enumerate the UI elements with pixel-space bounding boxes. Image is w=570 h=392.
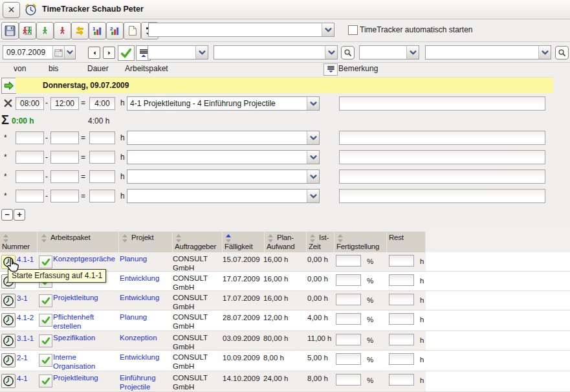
filter-combobox-4[interactable] xyxy=(425,45,551,60)
rest-input[interactable] xyxy=(389,374,414,386)
projekt-link[interactable]: Konzeption xyxy=(120,333,171,342)
column-header-projekt[interactable]: Projekt xyxy=(119,232,173,252)
chevron-down-icon[interactable] xyxy=(406,46,419,59)
bemerkung-input[interactable] xyxy=(339,169,545,184)
rest-input[interactable] xyxy=(389,353,414,365)
fertigstellung-input[interactable] xyxy=(336,274,361,286)
sort-icon[interactable] xyxy=(176,234,182,243)
column-header-fertigstellung[interactable]: Fertigstellung xyxy=(334,232,387,252)
arbeitspaket-combobox[interactable] xyxy=(127,131,320,145)
sort-icon[interactable] xyxy=(122,234,128,243)
arbeitspaket-combobox[interactable] xyxy=(127,189,320,203)
arbeitspaket-combobox[interactable] xyxy=(127,150,320,164)
save-button[interactable] xyxy=(1,22,19,39)
fertigstellung-input[interactable] xyxy=(336,353,361,365)
rest-input[interactable] xyxy=(389,334,414,345)
bemerkung-input[interactable] xyxy=(339,131,545,145)
calendar-icon[interactable] xyxy=(52,46,64,59)
start-tracking-button[interactable] xyxy=(1,334,16,348)
task-number-link[interactable]: 4.1-2 xyxy=(17,313,34,322)
arbeitspaket-link[interactable]: Projektleitung xyxy=(53,293,118,302)
add-row-button[interactable]: + xyxy=(14,209,25,221)
arbeitspaket-link[interactable]: Projektleitung xyxy=(53,373,118,382)
dauer-input[interactable] xyxy=(89,170,115,183)
bis-input[interactable] xyxy=(50,170,79,183)
sort-icon[interactable] xyxy=(3,234,9,243)
chevron-down-icon[interactable] xyxy=(322,23,334,36)
arbeitspaket-combobox[interactable] xyxy=(127,169,320,184)
chart-1-button[interactable]: 1 xyxy=(89,22,106,39)
arbeitspaket-combobox[interactable]: 4-1 Projektleitung - 4 Einführung Projec… xyxy=(127,96,320,111)
chevron-down-icon[interactable] xyxy=(195,46,208,59)
rest-input[interactable] xyxy=(389,274,414,286)
von-input[interactable] xyxy=(16,151,44,164)
start-day-button[interactable] xyxy=(1,78,16,94)
projekt-link[interactable]: Einführung Projectile xyxy=(120,373,171,391)
chevron-down-icon[interactable] xyxy=(307,151,319,164)
von-input[interactable] xyxy=(16,97,44,110)
complete-task-button[interactable] xyxy=(39,354,52,367)
task-quick-combobox[interactable] xyxy=(148,23,334,37)
sort-icon[interactable] xyxy=(41,234,47,243)
filter-combobox-1[interactable] xyxy=(148,45,208,60)
dauer-input[interactable] xyxy=(89,131,115,144)
dauer-input[interactable] xyxy=(89,97,115,110)
column-header-arbeitspaket[interactable]: Arbeitspaket xyxy=(38,232,119,252)
start-tracking-button[interactable] xyxy=(1,313,16,327)
next-day-button[interactable] xyxy=(103,47,115,59)
rest-input[interactable] xyxy=(389,294,414,305)
chart-2-button[interactable]: 2 xyxy=(106,22,124,39)
complete-task-button[interactable] xyxy=(39,314,52,327)
bis-input[interactable] xyxy=(50,151,79,164)
user-red-button[interactable] xyxy=(54,22,71,39)
projekt-link[interactable]: Entwicklung xyxy=(120,293,171,302)
fertigstellung-input[interactable] xyxy=(336,255,361,267)
projekt-link[interactable]: Planung xyxy=(120,254,171,263)
search-button[interactable] xyxy=(555,46,569,60)
complete-task-button[interactable] xyxy=(39,375,52,387)
bemerkung-input[interactable] xyxy=(339,96,545,111)
new-document-button[interactable] xyxy=(124,22,141,39)
rest-input[interactable] xyxy=(389,313,414,325)
dauer-input[interactable] xyxy=(89,151,115,164)
column-header-rest[interactable]: Rest xyxy=(387,232,426,252)
arbeitspaket-link[interactable]: Konzeptgespräche xyxy=(53,254,118,263)
chevron-down-icon[interactable] xyxy=(325,46,337,59)
von-input[interactable] xyxy=(16,190,44,202)
close-button[interactable]: × xyxy=(3,2,20,18)
arbeitspaket-link[interactable]: Spezifikation xyxy=(53,333,118,342)
sort-icon[interactable] xyxy=(310,234,316,243)
bemerkung-input[interactable] xyxy=(339,150,545,164)
sort-icon[interactable] xyxy=(226,234,232,243)
user-green-button[interactable] xyxy=(36,22,54,39)
column-header-auftraggeber[interactable]: Auftraggeber xyxy=(173,232,223,252)
search-button[interactable] xyxy=(341,46,355,60)
chevron-down-icon[interactable] xyxy=(307,131,319,144)
start-tracking-button[interactable] xyxy=(1,353,16,367)
delete-entry-button[interactable] xyxy=(1,96,14,109)
column-header-nummer[interactable]: Nummer xyxy=(0,232,38,252)
arbeitspaket-link[interactable]: Interne Organisation xyxy=(53,353,118,371)
fertigstellung-input[interactable] xyxy=(336,334,361,345)
sort-icon[interactable] xyxy=(338,234,344,243)
von-input[interactable] xyxy=(16,170,44,183)
chevron-down-icon[interactable] xyxy=(307,170,319,183)
complete-task-button[interactable] xyxy=(39,334,52,347)
confirm-button[interactable] xyxy=(118,45,135,61)
autostart-checkbox[interactable] xyxy=(348,25,358,35)
chevron-down-icon[interactable] xyxy=(538,46,551,59)
fertigstellung-input[interactable] xyxy=(336,294,361,305)
filter-combobox-3[interactable] xyxy=(359,45,419,60)
remove-row-button[interactable]: − xyxy=(1,209,13,221)
column-header-ist-[interactable]: Ist-Zeit xyxy=(307,232,334,252)
bis-input[interactable] xyxy=(50,131,79,144)
dauer-input[interactable] xyxy=(89,190,115,202)
column-header-f-lligkeit[interactable]: Fälligkeit xyxy=(223,232,265,252)
fertigstellung-input[interactable] xyxy=(336,313,361,325)
rest-input[interactable] xyxy=(389,255,414,267)
expand-list-button[interactable] xyxy=(323,63,338,76)
start-tracking-button[interactable] xyxy=(1,294,16,308)
von-input[interactable] xyxy=(16,131,44,144)
filter-combobox-2[interactable] xyxy=(214,45,338,60)
task-number-link[interactable]: 4-1 xyxy=(17,374,28,383)
